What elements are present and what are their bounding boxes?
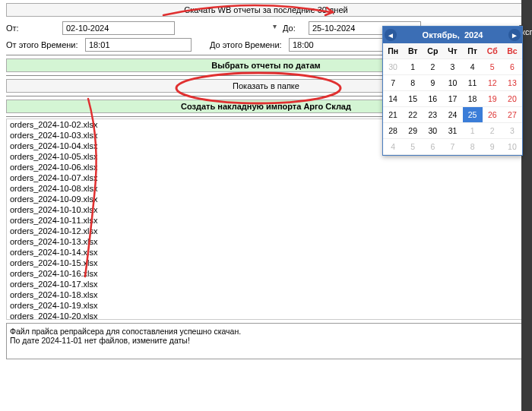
dp-day[interactable]: 10 [442,75,462,91]
dp-day[interactable]: 4 [463,59,483,75]
dp-day[interactable]: 13 [502,75,522,91]
log-line: Файл прайса репрайсера для сопоставления… [10,327,522,336]
datepicker-prev[interactable]: ◄ [385,29,397,41]
to-time-input[interactable] [289,38,395,52]
dp-dow: Вт [403,43,423,59]
file-item[interactable]: orders_2024-10-09.xlsx [7,194,525,204]
dp-day[interactable]: 5 [403,139,423,155]
dp-day[interactable]: 21 [383,107,403,123]
dp-dow: Чт [442,43,462,59]
file-item[interactable]: orders_2024-10-10.xlsx [7,204,525,215]
dp-day[interactable]: 9 [423,75,442,91]
dp-day[interactable]: 6 [502,59,522,75]
file-item[interactable]: orders_2024-10-13.xlsx [7,236,525,247]
file-item[interactable]: orders_2024-10-20.xlsx [7,311,525,320]
to-label: До: [283,24,306,33]
datepicker: ◄ Октябрь, 2024 ► ПнВтСрЧтПтСбВс30123456… [382,26,523,156]
dp-day[interactable]: 7 [442,139,462,155]
log-line: По дате 2024-11-01 нет файлов, измените … [10,336,522,345]
from-time-label: От этого Времени: [6,40,82,49]
dp-dow: Сб [483,43,502,59]
datepicker-title[interactable]: Октябрь, 2024 [423,30,483,40]
dp-day[interactable]: 4 [383,139,403,155]
dp-day[interactable]: 20 [502,91,522,107]
dp-day[interactable]: 11 [463,75,483,91]
dp-day[interactable]: 8 [463,139,483,155]
dp-day[interactable]: 14 [383,91,403,107]
file-item[interactable]: orders_2024-10-06.xlsx [7,162,525,172]
dp-day[interactable]: 1 [463,123,483,139]
dp-day[interactable]: 22 [403,107,423,123]
dp-day[interactable]: 2 [423,59,442,75]
dp-dow: Ср [423,43,442,59]
dp-day[interactable]: 10 [502,139,522,155]
dp-day[interactable]: 9 [483,139,502,155]
file-item[interactable]: orders_2024-10-08.xlsx [7,183,525,194]
file-item[interactable]: orders_2024-10-14.xlsx [7,247,525,258]
dp-day[interactable]: 3 [502,123,522,139]
file-item[interactable]: orders_2024-10-17.xlsx [7,279,525,289]
dp-day[interactable]: 2 [483,123,502,139]
dp-day[interactable]: 17 [442,91,462,107]
file-item[interactable]: orders_2024-10-11.xlsx [7,215,525,226]
dp-day[interactable]: 3 [442,59,462,75]
file-item[interactable]: orders_2024-10-15.xlsx [7,258,525,268]
from-time-input[interactable] [85,38,192,52]
to-time-label: До этого Времени: [210,40,286,49]
dp-day[interactable]: 6 [423,139,442,155]
dp-day[interactable]: 23 [423,107,442,123]
file-item[interactable]: orders_2024-10-19.xlsx [7,300,525,311]
log-box: Файл прайса репрайсера для сопоставления… [6,323,526,359]
dp-day[interactable]: 12 [483,75,502,91]
datepicker-next[interactable]: ► [508,29,521,41]
dp-day[interactable]: 7 [383,75,403,91]
dp-day[interactable]: 8 [403,75,423,91]
dp-day[interactable]: 26 [483,107,502,123]
download-30d-button[interactable]: Скачать WB отчеты за последние 30 дней [6,3,526,17]
dp-day[interactable]: 16 [423,91,442,107]
dp-dow: Вс [502,43,522,59]
dp-day[interactable]: 30 [423,123,442,139]
cropped-sidebar: кспе [521,0,532,411]
dp-day[interactable]: 1 [403,59,423,75]
dp-day[interactable]: 24 [442,107,462,123]
file-item[interactable]: orders_2024-10-07.xlsx [7,172,525,183]
dp-day[interactable]: 5 [483,59,502,75]
dp-day[interactable]: 15 [403,91,423,107]
dp-dow: Пн [383,43,403,59]
file-item[interactable]: orders_2024-10-18.xlsx [7,289,525,300]
dp-day[interactable]: 27 [502,107,522,123]
dp-day[interactable]: 29 [403,123,423,139]
from-date-input[interactable] [62,21,175,35]
dp-day[interactable]: 19 [483,91,502,107]
dp-day[interactable]: 31 [442,123,462,139]
file-item[interactable]: orders_2024-10-16.xlsx [7,268,525,279]
dp-day[interactable]: 18 [463,91,483,107]
dp-dow: Пт [463,43,483,59]
dp-day[interactable]: 25 [463,107,483,123]
datepicker-grid: ПнВтСрЧтПтСбВс30123456789101112131415161… [383,43,522,155]
dp-day[interactable]: 30 [383,59,403,75]
from-label: От: [6,24,59,33]
dp-day[interactable]: 28 [383,123,403,139]
file-item[interactable]: orders_2024-10-12.xlsx [7,226,525,236]
